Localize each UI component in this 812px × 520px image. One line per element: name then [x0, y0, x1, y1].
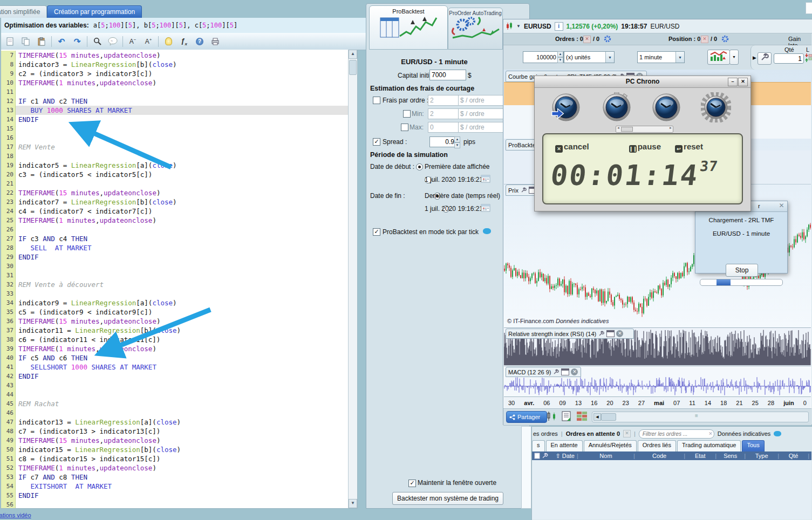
code-line-35[interactable]: 35c5 = (indicator9 < indicator9[c]) — [1, 307, 349, 317]
close-icon[interactable]: ✕ — [738, 78, 748, 86]
code-line-31[interactable]: 31 — [1, 271, 349, 280]
functions-icon[interactable]: ƒx — [178, 36, 190, 47]
code-line-43[interactable]: 43 — [1, 381, 349, 390]
calendar-icon[interactable] — [481, 203, 490, 212]
orders-tab-s[interactable]: s — [532, 440, 545, 451]
code-line-36[interactable]: 36TIMEFRAME(15 minutes,updateonclose) — [1, 317, 349, 326]
chrono-stopwatch-icon[interactable] — [602, 92, 632, 124]
code-line-12[interactable]: 12IF c1 AND c2 THEN — [1, 97, 349, 106]
code-line-14[interactable]: 14ENDIF — [1, 115, 349, 124]
scroll-left-arrow-icon[interactable]: ◀ — [593, 413, 601, 421]
order-settings-button[interactable] — [758, 52, 772, 65]
clear-filter-icon[interactable]: ✕ — [623, 430, 631, 437]
calendar-icon[interactable] — [481, 174, 490, 183]
tab-creation-par-programmation[interactable]: Création par programmation — [47, 5, 142, 18]
close-icon[interactable]: ✕ — [778, 202, 785, 209]
info-icon[interactable]: i — [555, 22, 563, 31]
code-line-13[interactable]: 13 BUY 1000 SHARES AT MARKET — [1, 106, 349, 115]
fee-per-order-unit[interactable] — [458, 95, 503, 106]
code-line-45[interactable]: 45REM Rachat — [1, 399, 349, 408]
orders-tab-ordres-li-s[interactable]: Ordres liés — [638, 440, 676, 451]
orders-settings-gear-icon[interactable] — [604, 35, 611, 43]
column-etat[interactable]: Etat — [687, 453, 713, 459]
spin-down-icon[interactable]: ▼ — [454, 142, 460, 148]
orders-tab-trading-automatique[interactable]: Trading automatique — [677, 440, 741, 451]
rsi-pane[interactable]: Relative strength index (RSI) (14) ✕ — [504, 327, 811, 366]
slider-right-arrow-icon[interactable]: ► — [669, 126, 672, 129]
scrollbar-thumb[interactable] — [601, 413, 616, 421]
orders-clear-icon[interactable]: ✕ — [583, 36, 591, 43]
start-first-date-radio[interactable] — [416, 163, 423, 170]
new-document-icon[interactable] — [4, 36, 16, 47]
hint-icon[interactable] — [162, 36, 174, 47]
spread-input[interactable] — [429, 136, 456, 147]
timeframe-select[interactable]: 1 minute ▼ — [637, 51, 685, 63]
code-line-30[interactable]: 30 — [1, 262, 349, 271]
undo-icon[interactable]: ↶ — [56, 36, 67, 47]
tick-mode-checkbox[interactable]: ✓ — [373, 228, 380, 236]
orders-table-body[interactable] — [532, 460, 811, 519]
column-qté[interactable]: Qté — [781, 453, 806, 459]
fee-per-order-input[interactable] — [428, 95, 459, 106]
fee-min-input[interactable] — [428, 108, 459, 119]
scroll-down-arrow-icon[interactable]: ▼ — [349, 499, 357, 508]
quantity-spin-icons[interactable]: ▲▼ — [557, 51, 563, 63]
share-button[interactable]: Partager — [506, 411, 547, 423]
code-line-54[interactable]: 54 EXITSHORT AT MARKET — [1, 482, 349, 491]
orders-tab-tous[interactable]: Tous — [742, 440, 764, 451]
units-select[interactable]: (x) unités ▼ — [564, 51, 615, 63]
tab-proorder-autotrading[interactable]: ProOrder AutoTrading — [448, 8, 503, 50]
code-line-20[interactable]: 20c3 = (indicator5 < indicator5[c]) — [1, 170, 349, 179]
chrono-cancel-button[interactable]: ✕cancel — [555, 142, 589, 153]
code-line-32[interactable]: 32REM Vente à découvert — [1, 280, 349, 289]
code-line-50[interactable]: 50indicator15 = LinearRegression[b](clos… — [1, 445, 349, 454]
sort-icon[interactable]: ⇧ — [556, 453, 561, 460]
chrono-clock-icon[interactable] — [651, 92, 681, 124]
code-line-42[interactable]: 42ENDIF — [1, 372, 349, 381]
slider-thumb[interactable] — [621, 127, 633, 132]
window-icon[interactable] — [561, 368, 569, 375]
timeframe-dropdown-arrow-icon[interactable]: ▼ — [675, 52, 684, 63]
orders-tab-en-attente[interactable]: En attente — [546, 440, 583, 451]
chrono-slider[interactable]: ◄ ► — [616, 126, 673, 133]
code-line-8[interactable]: 8indicator3 = LinearRegression[b](close) — [1, 60, 349, 69]
video-information-link[interactable]: rmations vidéo — [0, 512, 31, 518]
rsi-title-tab[interactable]: Relative strength index (RSI) (14) ✕ — [506, 329, 634, 339]
chrono-gear-clock-icon[interactable] — [701, 92, 731, 124]
close-icon[interactable]: ✕ — [571, 368, 578, 375]
fee-max-checkbox[interactable] — [401, 124, 408, 131]
code-line-16[interactable]: 16 — [1, 133, 349, 142]
search-icon[interactable] — [91, 36, 103, 47]
code-line-23[interactable]: 23indicator7 = LinearRegression[b](close… — [1, 197, 349, 207]
orders-tab-annul-s-rejet-s[interactable]: Annulés/Rejetés — [584, 440, 637, 451]
code-line-24[interactable]: 24c4 = (indicator7 < indicator7[c]) — [1, 207, 349, 216]
code-line-39[interactable]: 39TIMEFRAME(1 minutes,updateonclose) — [1, 344, 349, 353]
code-line-53[interactable]: 53IF c7 AND c8 THEN — [1, 473, 349, 482]
chrono-goto-clock-icon[interactable] — [551, 92, 581, 124]
code-line-56[interactable]: 56 — [1, 500, 349, 509]
decrease-font-icon[interactable]: A− — [127, 36, 139, 47]
code-line-49[interactable]: 49TIMEFRAME(15 minutes,updateonclose) — [1, 436, 349, 445]
document-icon[interactable] — [534, 453, 541, 459]
help-icon[interactable]: ? — [194, 36, 206, 47]
scrollbar-thumb[interactable] — [349, 60, 357, 75]
code-line-22[interactable]: 22TIMEFRAME(15 minutes,updateonclose) — [1, 188, 349, 197]
code-line-21[interactable]: 21 — [1, 179, 349, 188]
code-line-11[interactable]: 11 — [1, 87, 349, 97]
tab-probacktest[interactable]: ProBacktest — [369, 5, 448, 50]
chrono-pause-button[interactable]: ❙❙pause — [629, 142, 661, 153]
code-line-29[interactable]: 29ENDIF — [1, 252, 349, 262]
wrench-icon[interactable] — [552, 369, 559, 375]
chart-type-button[interactable] — [707, 50, 730, 65]
pc-chrono-titlebar[interactable]: PC Chrono – ✕ — [535, 76, 750, 88]
scroll-up-arrow-icon[interactable]: ▲ — [349, 50, 357, 59]
fee-min-unit[interactable] — [458, 108, 503, 119]
fee-min-checkbox[interactable] — [403, 110, 411, 118]
column-type[interactable]: Type — [748, 453, 775, 459]
filter-orders-input[interactable] — [639, 429, 714, 439]
editor-vertical-scrollbar[interactable]: ▲ ▼ — [348, 50, 357, 508]
window-icon[interactable] — [606, 330, 615, 337]
symbol-label[interactable]: EURUSD — [524, 23, 551, 30]
run-backtest-button[interactable]: Backtester mon système de trading — [392, 492, 503, 505]
symbol-dropdown-arrow-icon[interactable]: ▼ — [516, 24, 521, 29]
